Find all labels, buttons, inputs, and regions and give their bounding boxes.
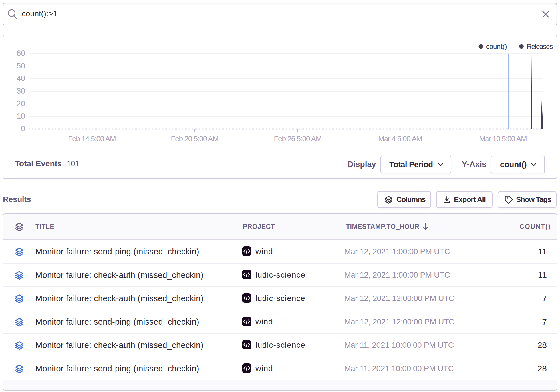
svg-text:10: 10 [17, 112, 25, 120]
svg-text:Feb 14 5:00 AM: Feb 14 5:00 AM [68, 134, 116, 143]
svg-text:20: 20 [17, 99, 25, 108]
svg-text:50: 50 [17, 62, 25, 70]
svg-text:Feb 20 5:00 AM: Feb 20 5:00 AM [171, 134, 219, 143]
svg-text:60: 60 [17, 49, 25, 58]
svg-text:count(): count() [486, 43, 507, 50]
svg-text:Mar 4 5:00 AM: Mar 4 5:00 AM [378, 134, 422, 143]
svg-text:Releases: Releases [527, 43, 553, 50]
svg-text:40: 40 [17, 74, 25, 83]
svg-text:30: 30 [17, 87, 25, 95]
svg-text:0: 0 [21, 124, 25, 133]
svg-text:Feb 26 5:00 AM: Feb 26 5:00 AM [274, 134, 322, 143]
svg-text:Mar 10 5:00 AM: Mar 10 5:00 AM [479, 134, 527, 143]
